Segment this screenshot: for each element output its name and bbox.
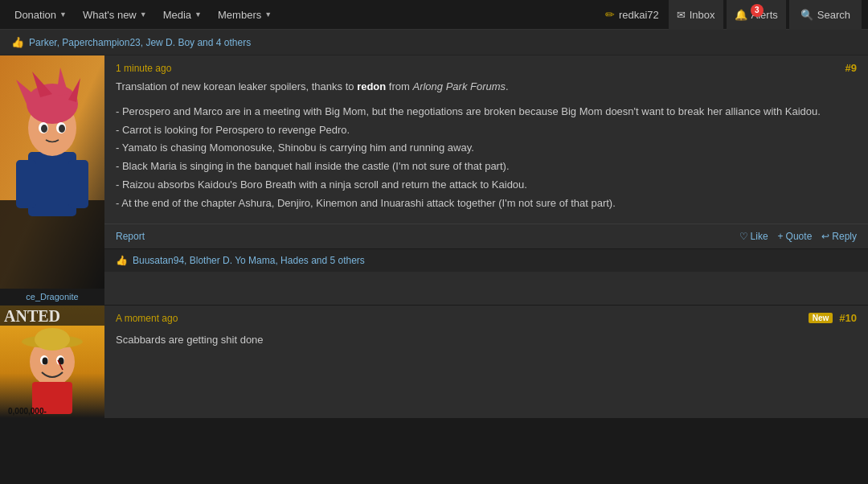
post10-avatar-image: ANTED bbox=[0, 306, 104, 418]
svg-point-23 bbox=[43, 358, 48, 365]
post10-header-right: New #10 bbox=[809, 312, 857, 324]
bullet-1: - Perospero and Marco are in a meeting w… bbox=[116, 104, 857, 121]
post10-header-left: A moment ago bbox=[116, 313, 178, 324]
post9-username: ce_Dragonite bbox=[0, 289, 104, 305]
post9-avatar-image bbox=[0, 55, 104, 289]
post10-text-content: Scabbards are getting shit done bbox=[116, 334, 264, 346]
like-button[interactable]: ♡ Like bbox=[739, 231, 768, 242]
envelope-icon: ✉ bbox=[677, 9, 686, 21]
nav-right: ✏ redkai72 ✉ Inbox 3 🔔 Alerts 🔍 Search bbox=[599, 0, 862, 30]
post9-avatar-area: ce_Dragonite bbox=[0, 55, 104, 305]
reply-button[interactable]: ↩ Reply bbox=[821, 231, 857, 242]
svg-rect-4 bbox=[68, 160, 88, 208]
nav-members[interactable]: Members ▼ bbox=[210, 0, 280, 30]
post9-actions-right: ♡ Like + Quote ↩ Reply bbox=[739, 231, 857, 242]
bullet-3: - Yamato is chasing Momonosuke, Shinobu … bbox=[116, 140, 857, 157]
post9-forum-italic: Arlong Park Forums bbox=[412, 80, 506, 92]
post9-likes-text: Buusatan94, Blother D. Yo Mama, Hades an… bbox=[133, 255, 365, 266]
alerts-button[interactable]: 3 🔔 Alerts bbox=[727, 0, 786, 30]
nav-donation[interactable]: Donation ▼ bbox=[6, 0, 75, 30]
nav-media[interactable]: Media ▼ bbox=[155, 0, 210, 30]
bullet-4: - Black Maria is singing in the banquet … bbox=[116, 158, 857, 175]
post10-new-badge: New bbox=[809, 313, 833, 323]
quote-label: Quote bbox=[786, 231, 813, 242]
donation-label: Donation bbox=[14, 9, 56, 21]
nav-left: Donation ▼ What's new ▼ Media ▼ Members … bbox=[6, 0, 599, 30]
inbox-button[interactable]: ✉ Inbox bbox=[669, 0, 723, 30]
whats-new-chevron-icon: ▼ bbox=[140, 10, 147, 18]
media-label: Media bbox=[163, 9, 191, 21]
svg-rect-3 bbox=[16, 160, 36, 208]
media-chevron-icon: ▼ bbox=[194, 10, 202, 18]
navbar: Donation ▼ What's new ▼ Media ▼ Members … bbox=[0, 0, 868, 30]
post-9: ce_Dragonite 1 minute ago #9 Translation… bbox=[0, 55, 868, 306]
post9-from-text: from bbox=[386, 80, 412, 92]
plus-icon: + bbox=[778, 231, 784, 242]
svg-point-13 bbox=[41, 125, 47, 133]
bell-icon: 🔔 bbox=[735, 9, 747, 21]
post9-text: Translation of new korean leaker spoiler… bbox=[104, 79, 868, 224]
username-label: redkai72 bbox=[619, 9, 659, 21]
heart-icon: ♡ bbox=[739, 231, 748, 242]
search-label: Search bbox=[817, 9, 850, 21]
members-label: Members bbox=[218, 9, 261, 21]
pencil-icon: ✏ bbox=[605, 8, 615, 21]
post9-likes-row: 👍 Buusatan94, Blother D. Yo Mama, Hades … bbox=[104, 248, 868, 272]
post9-header: 1 minute ago #9 bbox=[104, 55, 868, 79]
post9-number: #9 bbox=[845, 62, 857, 74]
bullet-6: - At the end of the chapter Ashura, Denj… bbox=[116, 195, 857, 212]
thumbs-up-icon-2: 👍 bbox=[116, 255, 128, 266]
inbox-label: Inbox bbox=[690, 9, 715, 21]
post10-time: A moment ago bbox=[116, 313, 178, 324]
svg-text:0,000,000-: 0,000,000- bbox=[8, 407, 47, 416]
post10-avatar-svg: ANTED bbox=[0, 306, 104, 418]
post9-bullets: - Perospero and Marco are in a meeting w… bbox=[116, 104, 857, 212]
svg-text:ANTED: ANTED bbox=[4, 307, 60, 325]
svg-point-6 bbox=[27, 84, 78, 124]
prev-post-likes-text: Parker, Paperchampion23, Jew D. Boy and … bbox=[29, 37, 251, 48]
search-button[interactable]: 🔍 Search bbox=[789, 0, 862, 30]
like-label: Like bbox=[751, 231, 768, 242]
alerts-badge: 3 bbox=[751, 4, 764, 17]
donation-chevron-icon: ▼ bbox=[59, 10, 67, 18]
thumbs-up-icon: 👍 bbox=[11, 36, 24, 48]
search-icon: 🔍 bbox=[800, 9, 813, 21]
post9-author-bold: redon bbox=[357, 80, 386, 92]
post9-intro-text: Translation of new korean leaker spoiler… bbox=[116, 80, 357, 92]
bullet-2: - Carrot is looking for Perospero to rev… bbox=[116, 122, 857, 139]
post9-body: 1 minute ago #9 Translation of new korea… bbox=[104, 55, 868, 305]
svg-point-14 bbox=[59, 125, 65, 133]
report-button[interactable]: Report bbox=[116, 231, 145, 242]
post9-avatar-svg bbox=[0, 55, 104, 289]
post9-time: 1 minute ago bbox=[116, 63, 171, 74]
post-10: ANTED bbox=[0, 306, 868, 418]
bullet-5: - Raizou absorbs Kaidou's Boro Breath wi… bbox=[116, 177, 857, 194]
whats-new-label: What's new bbox=[83, 9, 137, 21]
nav-user[interactable]: ✏ redkai72 bbox=[599, 0, 665, 30]
post10-header: A moment ago New #10 bbox=[104, 306, 868, 329]
post9-period: . bbox=[506, 80, 509, 92]
content-area: 👍 Parker, Paperchampion23, Jew D. Boy an… bbox=[0, 30, 868, 418]
post9-actions: Report ♡ Like + Quote ↩ Reply bbox=[104, 224, 868, 248]
members-chevron-icon: ▼ bbox=[264, 10, 272, 18]
post10-body: A moment ago New #10 Scabbards are getti… bbox=[104, 306, 868, 418]
post10-number: #10 bbox=[839, 312, 857, 324]
reply-label: Reply bbox=[832, 231, 857, 242]
post10-text-body: Scabbards are getting shit done bbox=[104, 329, 868, 359]
post9-intro-paragraph: Translation of new korean leaker spoiler… bbox=[116, 79, 857, 96]
reply-icon: ↩ bbox=[821, 231, 829, 242]
quote-button[interactable]: + Quote bbox=[778, 231, 813, 242]
post10-avatar-area: ANTED bbox=[0, 306, 104, 418]
nav-whats-new[interactable]: What's new ▼ bbox=[75, 0, 155, 30]
svg-point-20 bbox=[35, 328, 70, 351]
prev-post-likes-row: 👍 Parker, Paperchampion23, Jew D. Boy an… bbox=[0, 30, 868, 55]
